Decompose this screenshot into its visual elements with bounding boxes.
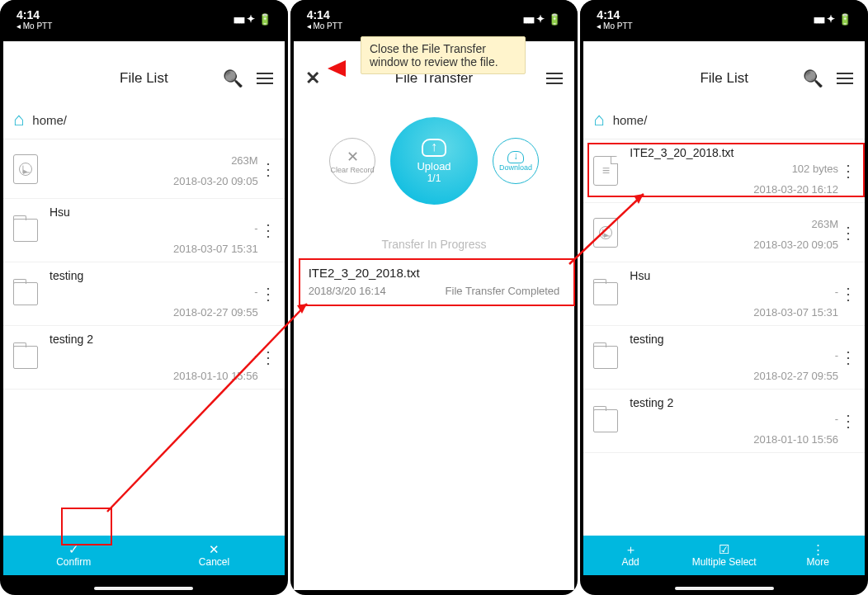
bottom-bar: ✓ Confirm ✕ Cancel bbox=[3, 536, 285, 575]
status-time: 4:14 bbox=[17, 8, 52, 21]
search-icon[interactable] bbox=[223, 70, 243, 87]
confirm-button[interactable]: ✓ Confirm bbox=[3, 536, 144, 575]
cloud-upload-icon bbox=[422, 139, 446, 157]
phone-screenshot-3: 4:14 ◂ Mo PTT File List bbox=[580, 0, 868, 595]
check-icon: ✓ bbox=[68, 543, 79, 555]
cloud-download-icon bbox=[507, 151, 524, 163]
breadcrumb-path: home/ bbox=[32, 113, 67, 127]
battery-icon bbox=[838, 13, 851, 26]
transfer-date: 2018/3/20 16:14 bbox=[309, 285, 386, 297]
file-list: ITE2_3_20_2018.txt 102 bytes2018-03-20 1… bbox=[583, 139, 865, 536]
transfer-status: File Transfer Completed bbox=[446, 285, 560, 297]
plus-icon: ＋ bbox=[625, 543, 637, 555]
menu-icon[interactable] bbox=[257, 73, 273, 84]
signal-icon bbox=[814, 13, 823, 25]
list-item[interactable]: testing -2018-02-27 09:55 bbox=[3, 262, 285, 326]
more-button[interactable]: ⋮ More bbox=[771, 536, 865, 575]
home-indicator[interactable] bbox=[675, 587, 774, 590]
folder-icon bbox=[593, 346, 618, 369]
folder-icon bbox=[593, 282, 618, 305]
signal-icon bbox=[234, 13, 243, 25]
battery-icon bbox=[548, 13, 561, 26]
add-button[interactable]: ＋ Add bbox=[583, 536, 677, 575]
more-icon[interactable] bbox=[258, 159, 278, 179]
wifi-icon bbox=[536, 13, 545, 25]
home-indicator[interactable] bbox=[384, 587, 484, 590]
file-list: 263M2018-03-20 09:05 Hsu -2018-03-07 15:… bbox=[3, 139, 285, 536]
more-icon[interactable] bbox=[838, 223, 858, 243]
more-icon[interactable] bbox=[838, 411, 858, 431]
signal-icon bbox=[523, 13, 533, 25]
close-icon: ✕ bbox=[209, 543, 219, 555]
list-item[interactable]: Hsu -2018-03-07 15:31 bbox=[3, 199, 285, 262]
list-item[interactable]: Hsu -2018-03-07 15:31 bbox=[583, 262, 865, 326]
transfer-progress-label: Transfer In Progress bbox=[381, 238, 486, 251]
phone-screenshot-1: 4:14 ◂ Mo PTT File List bbox=[0, 0, 288, 595]
multiple-select-button[interactable]: ☑ Multiple Select bbox=[677, 536, 771, 575]
file-name: testing bbox=[630, 333, 838, 346]
search-icon[interactable] bbox=[803, 70, 823, 87]
battery-icon bbox=[258, 13, 271, 26]
close-button[interactable] bbox=[305, 69, 320, 87]
file-name: testing 2 bbox=[50, 333, 258, 346]
wifi-icon bbox=[247, 13, 255, 25]
file-name: testing 2 bbox=[630, 396, 838, 409]
transfer-file-name: ITE2_3_20_2018.txt bbox=[309, 266, 560, 280]
close-icon bbox=[347, 148, 359, 166]
header: File List bbox=[583, 41, 865, 106]
folder-icon bbox=[13, 282, 38, 305]
status-time: 4:14 bbox=[597, 8, 632, 21]
media-file-icon bbox=[13, 154, 38, 184]
header: File List bbox=[3, 41, 285, 106]
more-icon[interactable] bbox=[838, 347, 858, 367]
more-icon[interactable] bbox=[838, 284, 858, 304]
folder-icon bbox=[13, 346, 38, 369]
home-icon[interactable] bbox=[593, 109, 604, 130]
status-back-app[interactable]: ◂ Mo PTT bbox=[17, 21, 52, 31]
checkbox-icon: ☑ bbox=[719, 543, 729, 555]
file-name: testing bbox=[50, 269, 258, 282]
status-time: 4:14 bbox=[307, 8, 342, 21]
breadcrumb[interactable]: home/ bbox=[583, 106, 865, 139]
folder-icon bbox=[593, 409, 618, 432]
menu-icon[interactable] bbox=[546, 73, 563, 84]
list-item[interactable]: ITE2_3_20_2018.txt 102 bytes2018-03-20 1… bbox=[583, 139, 865, 203]
page-title: File List bbox=[653, 70, 795, 87]
more-icon[interactable] bbox=[258, 220, 278, 240]
list-item[interactable]: testing 2 -2018-01-10 15:56 bbox=[583, 390, 865, 453]
cancel-button[interactable]: ✕ Cancel bbox=[144, 536, 284, 575]
page-title: File List bbox=[73, 70, 215, 87]
more-icon[interactable] bbox=[838, 161, 858, 181]
list-item[interactable]: 263M2018-03-20 09:05 bbox=[583, 203, 865, 262]
home-indicator[interactable] bbox=[94, 587, 193, 590]
list-item[interactable]: testing -2018-02-27 09:55 bbox=[583, 326, 865, 390]
upload-status[interactable]: Upload 1/1 bbox=[390, 117, 478, 205]
more-icon[interactable] bbox=[258, 347, 278, 367]
breadcrumb[interactable]: home/ bbox=[3, 106, 285, 139]
breadcrumb-path: home/ bbox=[613, 113, 648, 127]
phone-screenshot-2: 4:14 ◂ Mo PTT File Transfer bbox=[290, 0, 578, 595]
download-button[interactable]: Download bbox=[493, 138, 539, 184]
status-back-app[interactable]: ◂ Mo PTT bbox=[307, 21, 342, 31]
more-vertical-icon: ⋮ bbox=[812, 543, 824, 555]
list-item[interactable]: 263M2018-03-20 09:05 bbox=[3, 139, 285, 199]
media-file-icon bbox=[593, 218, 618, 248]
file-name: ITE2_3_20_2018.txt bbox=[630, 146, 838, 159]
transfer-item[interactable]: ITE2_3_20_2018.txt 2018/3/20 16:14 File … bbox=[299, 257, 570, 307]
file-name: Hsu bbox=[630, 269, 838, 282]
home-icon[interactable] bbox=[13, 109, 24, 130]
page-title: File Transfer bbox=[363, 70, 506, 87]
list-item[interactable]: testing 2 -2018-01-10 15:56 bbox=[3, 326, 285, 390]
header: File Transfer bbox=[294, 41, 575, 106]
text-file-icon bbox=[593, 156, 618, 186]
status-back-app[interactable]: ◂ Mo PTT bbox=[597, 21, 632, 31]
folder-icon bbox=[13, 219, 38, 242]
bottom-bar: ＋ Add ☑ Multiple Select ⋮ More bbox=[583, 536, 865, 575]
more-icon[interactable] bbox=[258, 284, 278, 304]
wifi-icon bbox=[827, 13, 835, 25]
clear-record-button[interactable]: Clear Record bbox=[329, 138, 375, 184]
menu-icon[interactable] bbox=[837, 73, 853, 84]
file-name: Hsu bbox=[50, 205, 258, 219]
